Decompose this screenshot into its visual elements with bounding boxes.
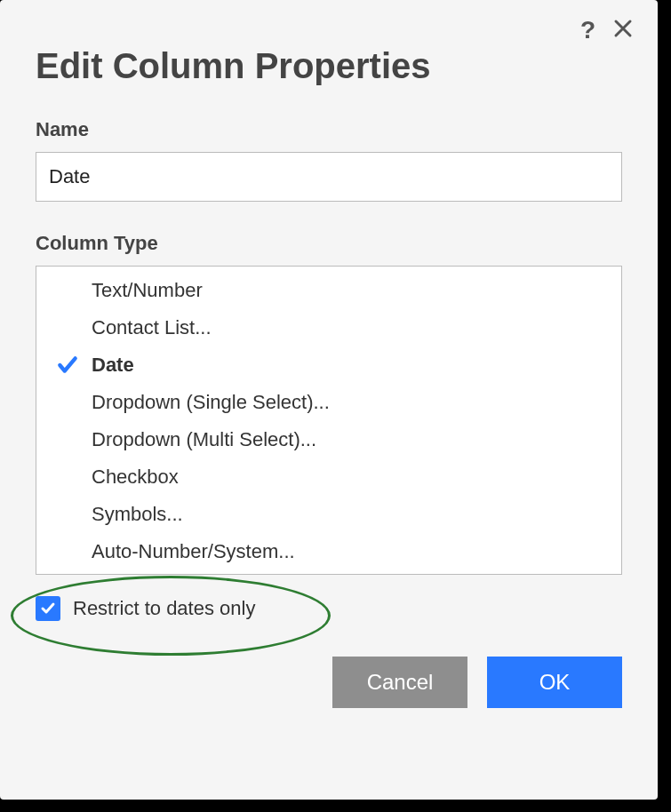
name-label: Name: [36, 118, 622, 141]
column-type-option-label: Dropdown (Single Select)...: [92, 391, 621, 414]
column-type-option[interactable]: Auto-Number/System...: [36, 533, 621, 570]
cancel-button[interactable]: Cancel: [332, 657, 467, 708]
dialog-title: Edit Column Properties: [36, 46, 622, 86]
column-type-option[interactable]: Contact List...: [36, 309, 621, 346]
restrict-dates-label: Restrict to dates only: [73, 597, 255, 620]
edit-column-properties-dialog: ? Edit Column Properties Name Column Typ…: [0, 0, 658, 800]
column-type-option-label: Dropdown (Multi Select)...: [92, 428, 621, 451]
column-type-option[interactable]: Date: [36, 346, 621, 384]
column-type-listbox[interactable]: Text/NumberContact List...DateDropdown (…: [36, 266, 622, 575]
column-type-label: Column Type: [36, 232, 622, 255]
help-icon[interactable]: ?: [580, 18, 595, 43]
restrict-dates-checkbox[interactable]: [36, 596, 60, 621]
close-icon[interactable]: [613, 18, 633, 43]
column-type-option[interactable]: Dropdown (Single Select)...: [36, 384, 621, 421]
column-type-option-label: Symbols...: [92, 503, 621, 526]
column-type-option-label: Text/Number: [92, 279, 621, 302]
column-type-option[interactable]: Checkbox: [36, 458, 621, 496]
checkmark-icon: [56, 354, 92, 377]
name-input[interactable]: [36, 152, 622, 202]
column-type-option-label: Date: [92, 354, 621, 377]
column-type-option[interactable]: Symbols...: [36, 496, 621, 533]
column-type-option[interactable]: Text/Number: [36, 272, 621, 309]
column-type-option[interactable]: Dropdown (Multi Select)...: [36, 421, 621, 458]
column-type-option-label: Contact List...: [92, 316, 621, 339]
column-type-option-label: Auto-Number/System...: [92, 540, 621, 563]
ok-button[interactable]: OK: [487, 657, 622, 708]
column-type-option-label: Checkbox: [92, 466, 621, 489]
